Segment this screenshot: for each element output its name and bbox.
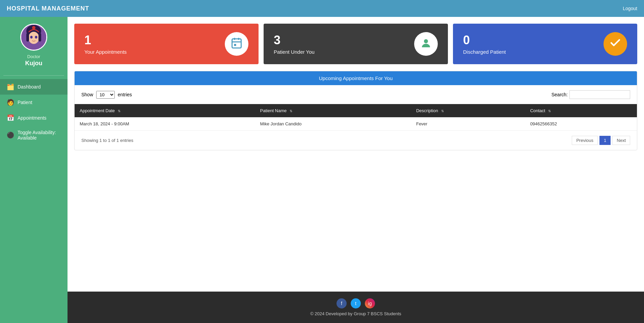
card-your-appointments: 1 Your Appointments [74, 24, 259, 64]
cell-appointment_date: March 18, 2024 - 9:00AM [75, 117, 255, 131]
appointments-table-section: Upcoming Appointments For You Show 10 25… [74, 71, 637, 150]
svg-rect-8 [232, 39, 241, 48]
sidebar-item-appointments-label: Appointments [18, 115, 47, 121]
sort-icon-desc: ⇅ [441, 109, 444, 113]
sidebar-item-toggle-availability[interactable]: ⚫ Toggle Availability:Available [0, 126, 68, 145]
logout-button[interactable]: Logout [623, 6, 637, 11]
svg-point-6 [35, 36, 37, 39]
svg-rect-12 [234, 44, 236, 46]
cell-description: Fever [411, 117, 525, 131]
footer-copyright: © 2024 Developed by Group 7 BSCS Student… [74, 311, 637, 316]
doctor-role-label: Doctor [27, 54, 40, 59]
card-patient-under-you: 3 Patient Under You [264, 24, 448, 64]
sidebar-item-patient-label: Patient [18, 100, 32, 105]
svg-point-7 [32, 26, 35, 29]
sort-icon-date: ⇅ [118, 109, 120, 113]
search-input[interactable] [569, 90, 630, 99]
avatar-image [20, 24, 47, 51]
card-discharged-number: 0 [463, 33, 506, 47]
table-section-title: Upcoming Appointments For You [75, 71, 637, 85]
sort-icon-contact: ⇅ [548, 109, 551, 113]
card-patient-number: 3 [274, 33, 315, 47]
showing-entries-text: Showing 1 to 1 of 1 entries [81, 138, 133, 143]
twitter-icon[interactable]: t [351, 298, 361, 308]
doctor-name: Kujou [25, 60, 43, 67]
calendar-icon [231, 37, 243, 51]
header: HOSPITAL MANAGEMENT Logout [0, 0, 644, 17]
col-patient-name[interactable]: Patient Name ⇅ [255, 104, 411, 117]
header-title: HOSPITAL MANAGEMENT [7, 5, 89, 12]
previous-button[interactable]: Previous [572, 136, 598, 145]
table-header-row: Appointment Date ⇅ Patient Name ⇅ Descri… [75, 104, 637, 117]
sidebar-item-dashboard[interactable]: 🗂️ Dashboard [0, 79, 68, 95]
table-footer: Showing 1 to 1 of 1 entries Previous 1 N… [75, 131, 637, 150]
toggle-icon: ⚫ [7, 131, 14, 139]
pagination: Previous 1 Next [572, 136, 630, 145]
main-content-area: 1 Your Appointments [68, 17, 644, 323]
card-your-appointments-text: 1 Your Appointments [84, 33, 127, 55]
card-your-appointments-icon-circle [225, 32, 248, 56]
svg-point-5 [30, 36, 33, 39]
sidebar-nav: 🗂️ Dashboard 🧑 Patient 📅 Appointments ⚫ … [0, 79, 68, 145]
check-icon [609, 37, 621, 51]
show-entries-control: Show 10 25 50 100 entries [81, 91, 132, 99]
svg-point-13 [424, 39, 428, 43]
cell-patient_name: Mike Jordan Candido [255, 117, 411, 131]
search-box: Search: [552, 90, 630, 99]
appointments-table: Appointment Date ⇅ Patient Name ⇅ Descri… [75, 104, 637, 131]
next-button[interactable]: Next [612, 136, 630, 145]
col-description[interactable]: Description ⇅ [411, 104, 525, 117]
col-contact[interactable]: Contact ⇅ [525, 104, 637, 117]
person-icon [420, 37, 432, 51]
card-discharged-icon-circle [603, 32, 627, 56]
col-appointment-date[interactable]: Appointment Date ⇅ [75, 104, 255, 117]
appointments-icon: 📅 [7, 114, 14, 122]
avatar [20, 24, 47, 51]
facebook-icon[interactable]: f [337, 298, 347, 308]
card-discharged-patient: 0 Discharged Patient [453, 24, 637, 64]
page-1-button[interactable]: 1 [599, 136, 611, 145]
card-your-appointments-label: Your Appointments [84, 49, 127, 55]
sidebar-divider [3, 75, 64, 76]
svg-rect-4 [38, 33, 41, 42]
card-your-appointments-number: 1 [84, 33, 127, 47]
svg-rect-3 [26, 33, 29, 42]
sidebar-item-dashboard-label: Dashboard [18, 84, 41, 90]
search-label: Search: [552, 92, 568, 97]
card-patient-label: Patient Under You [274, 49, 315, 55]
sort-icon-patient: ⇅ [290, 109, 292, 113]
summary-cards: 1 Your Appointments [74, 24, 637, 64]
dashboard-icon: 🗂️ [7, 83, 14, 91]
table-controls: Show 10 25 50 100 entries Search: [75, 85, 637, 104]
sidebar-item-patient[interactable]: 🧑 Patient [0, 95, 68, 110]
show-label: Show [81, 92, 93, 97]
sidebar-item-toggle-label: Toggle Availability:Available [18, 130, 56, 141]
table-row: March 18, 2024 - 9:00AMMike Jordan Candi… [75, 117, 637, 131]
sidebar-item-appointments[interactable]: 📅 Appointments [0, 110, 68, 126]
sidebar: Doctor Kujou 🗂️ Dashboard 🧑 Patient 📅 Ap… [0, 17, 68, 323]
card-patient-text: 3 Patient Under You [274, 33, 315, 55]
svg-point-2 [28, 32, 39, 44]
instagram-icon[interactable]: ig [365, 298, 375, 308]
footer: f t ig © 2024 Developed by Group 7 BSCS … [68, 292, 644, 323]
card-discharged-text: 0 Discharged Patient [463, 33, 506, 55]
entries-select[interactable]: 10 25 50 100 [96, 91, 115, 99]
entries-label: entries [118, 92, 132, 97]
card-patient-icon-circle [414, 32, 438, 56]
patient-icon: 🧑 [7, 99, 14, 106]
footer-social-icons: f t ig [74, 298, 637, 308]
cell-contact: 09462566352 [525, 117, 637, 131]
card-discharged-label: Discharged Patient [463, 49, 506, 55]
